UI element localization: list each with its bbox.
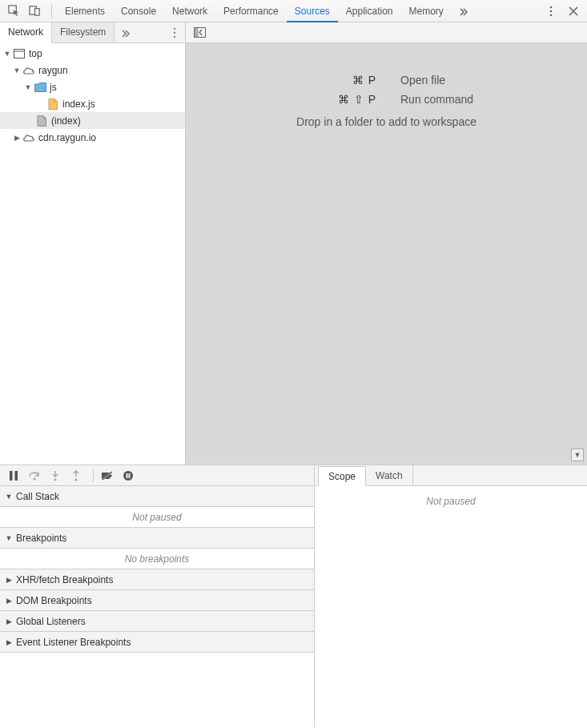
section-title: Breakpoints [16, 533, 66, 544]
caret-right-icon: ▶ [5, 576, 13, 584]
tab-application[interactable]: Application [338, 0, 401, 22]
step-over-icon[interactable] [26, 467, 43, 485]
file-js-icon [46, 98, 59, 111]
separator [51, 4, 52, 18]
editor-area[interactable]: ⌘ P Open file ⌘ ⇧ P Run command Drop in … [186, 43, 587, 465]
navtab-filesystem[interactable]: Filesystem [52, 22, 115, 43]
svg-point-8 [174, 36, 175, 38]
tree-label: js [50, 82, 57, 93]
tab-scope[interactable]: Scope [318, 466, 366, 486]
drop-folder-hint: Drop in a folder to add to workspace [186, 115, 587, 128]
separator [93, 469, 94, 482]
tree-node-indexjs[interactable]: index.js [0, 95, 185, 112]
scope-watch-tabs: Scope Watch [315, 465, 587, 486]
tab-console[interactable]: Console [113, 0, 164, 22]
caret-down-icon: ▼ [3, 50, 11, 58]
svg-rect-22 [129, 473, 131, 478]
caret-right-icon: ▶ [5, 638, 13, 646]
tab-network[interactable]: Network [164, 0, 215, 22]
svg-point-3 [550, 6, 553, 8]
sources-main: ▼ top ▼ raygun ▼ js index.js [0, 43, 587, 465]
breakpoints-body: No breakpoints [0, 549, 314, 569]
section-breakpoints[interactable]: ▼ Breakpoints [0, 528, 314, 549]
editor-empty-hint: ⌘ P Open file ⌘ ⇧ P Run command Drop in … [186, 67, 587, 128]
caret-down-icon: ▼ [5, 534, 13, 542]
svg-point-6 [174, 28, 175, 30]
pause-on-exceptions-icon[interactable] [119, 467, 137, 485]
file-icon [35, 115, 48, 127]
folder-icon [34, 81, 46, 94]
navtab-menu-icon[interactable] [169, 22, 180, 43]
inspect-element-icon[interactable] [5, 2, 22, 20]
caret-down-icon: ▼ [24, 83, 32, 91]
pause-icon[interactable] [5, 467, 22, 485]
svg-rect-2 [34, 9, 39, 15]
svg-rect-11 [14, 49, 25, 58]
svg-point-16 [54, 478, 56, 481]
tab-watch[interactable]: Watch [366, 465, 413, 485]
section-title: DOM Breakpoints [16, 595, 92, 606]
tab-sources[interactable]: Sources [287, 0, 338, 22]
caret-down-icon: ▼ [5, 493, 13, 501]
section-call-stack[interactable]: ▼ Call Stack [0, 486, 314, 507]
step-into-icon[interactable] [46, 467, 64, 485]
svg-point-5 [550, 14, 553, 16]
section-title: Global Listeners [16, 616, 86, 627]
section-title: XHR/fetch Breakpoints [16, 574, 113, 585]
section-event-listener-breakpoints[interactable]: ▶ Event Listener Breakpoints [0, 632, 314, 653]
caret-right-icon: ▶ [5, 597, 13, 605]
settings-menu-icon[interactable] [542, 2, 560, 20]
section-global-listeners[interactable]: ▶ Global Listeners [0, 611, 314, 632]
navtab-more-icon[interactable] [115, 28, 137, 38]
shortcut-run-command-keys: ⌘ ⇧ P [186, 93, 376, 106]
device-toggle-icon[interactable] [26, 2, 43, 20]
section-xhr-breakpoints[interactable]: ▶ XHR/fetch Breakpoints [0, 569, 314, 590]
tab-performance[interactable]: Performance [215, 0, 287, 22]
shortcut-open-file-label: Open file [400, 74, 587, 86]
step-out-icon[interactable] [67, 467, 85, 485]
svg-point-7 [174, 32, 175, 34]
svg-rect-14 [15, 471, 18, 481]
tree-label: index.js [62, 99, 95, 110]
tree-label: raygun [38, 65, 68, 76]
section-dom-breakpoints[interactable]: ▶ DOM Breakpoints [0, 590, 314, 611]
section-title: Event Listener Breakpoints [16, 637, 131, 648]
svg-rect-10 [194, 28, 198, 38]
sources-nav-toolbar: Network Filesystem [0, 22, 587, 43]
close-icon[interactable] [565, 2, 582, 20]
cloud-icon [22, 131, 35, 144]
svg-rect-13 [10, 471, 13, 481]
tree-node-cdn[interactable]: ▶ cdn.raygun.io [0, 129, 185, 146]
navtab-network[interactable]: Network [0, 22, 52, 43]
tree-node-js[interactable]: ▼ js [0, 78, 185, 95]
tab-elements[interactable]: Elements [57, 0, 113, 22]
tab-memory[interactable]: Memory [401, 0, 452, 22]
debugger-right-pane: Scope Watch Not paused [315, 465, 587, 727]
console-drawer-toggle-icon[interactable]: ▼ [571, 448, 584, 461]
tree-label: top [29, 48, 42, 59]
deactivate-breakpoints-icon[interactable] [99, 467, 116, 485]
tree-label: cdn.raygun.io [38, 132, 96, 143]
more-tabs-icon[interactable] [455, 2, 472, 20]
devtools-toolbar: Elements Console Network Performance Sou… [0, 0, 587, 22]
caret-right-icon: ▶ [13, 134, 21, 142]
scope-body: Not paused [315, 486, 587, 727]
frame-icon [13, 47, 26, 60]
file-tree: ▼ top ▼ raygun ▼ js index.js [0, 43, 186, 465]
tree-node-top[interactable]: ▼ top [0, 45, 185, 62]
debugger-left-pane: ▼ Call Stack Not paused ▼ Breakpoints No… [0, 465, 315, 727]
svg-point-20 [123, 471, 133, 481]
call-stack-body: Not paused [0, 507, 314, 528]
caret-right-icon: ▶ [5, 617, 13, 625]
svg-rect-21 [127, 473, 128, 478]
tree-node-raygun[interactable]: ▼ raygun [0, 62, 185, 78]
shortcut-run-command-label: Run command [400, 93, 587, 106]
toggle-navigator-icon[interactable] [192, 26, 207, 40]
debugger-toolbar [0, 465, 314, 486]
svg-point-17 [74, 478, 77, 481]
debugger-panel: ▼ Call Stack Not paused ▼ Breakpoints No… [0, 465, 587, 727]
cloud-icon [22, 64, 35, 77]
tree-node-index[interactable]: (index) [0, 112, 185, 129]
shortcut-open-file-keys: ⌘ P [186, 74, 376, 86]
svg-point-4 [550, 10, 553, 12]
